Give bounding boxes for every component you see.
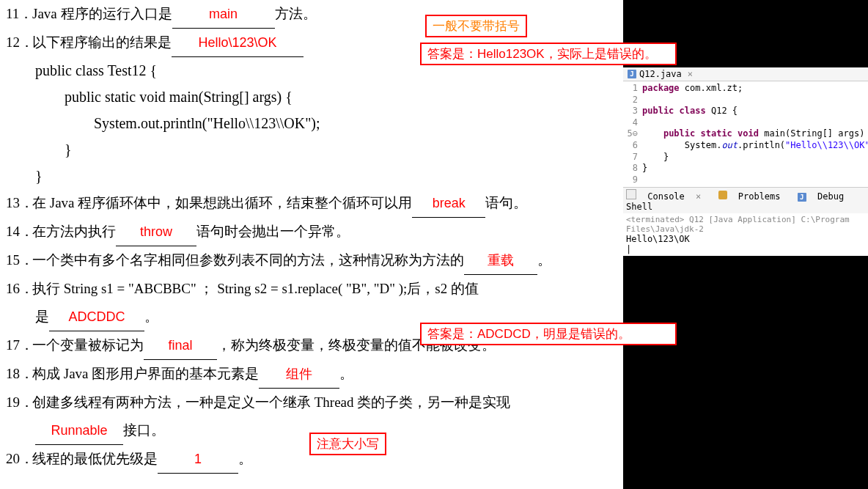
ide-panel: J Q12.java × 1package com.xml.zt; 2 3pub… xyxy=(623,67,868,256)
console-icon xyxy=(626,189,636,199)
q16-post: 。 xyxy=(144,309,158,324)
console-output: Hello\123\OK xyxy=(626,234,865,244)
q15-text: 一个类中有多个名字相同但参数列表不同的方法，这种情况称为方法的 xyxy=(32,252,464,268)
question-15: 15．一个类中有多个名字相同但参数列表不同的方法，这种情况称为方法的重载。 xyxy=(0,246,623,275)
ide-console: <terminated> Q12 [Java Application] C:\P… xyxy=(623,213,868,256)
annotation-q19: 注意大小写 xyxy=(309,433,386,455)
q20-text: 线程的最低优先级是 xyxy=(32,451,158,466)
q13-text: 在 Java 程序循环体中，如果想跳出循环，结束整个循环可以用 xyxy=(32,195,412,210)
q15-post: 。 xyxy=(537,252,551,268)
q19-text: 创建多线程有两种方法，一种是定义一个继承 Thread 类的子类，另一种是实现 xyxy=(32,394,510,410)
close-icon[interactable]: × xyxy=(696,191,701,202)
q14-num: 14． xyxy=(6,218,32,246)
question-13: 13．在 Java 程序循环体中，如果想跳出循环，结束整个循环可以用break语… xyxy=(0,189,623,218)
q20-answer: 1 xyxy=(194,452,202,466)
q19-num: 19． xyxy=(6,389,32,416)
q11-num: 11． xyxy=(6,0,32,28)
question-18: 18．构成 Java 图形用户界面的基本元素是组件。 xyxy=(0,360,623,389)
q15-num: 15． xyxy=(6,246,32,274)
code-block: public class Test12 { public static void… xyxy=(0,57,623,189)
q11-post: 方法。 xyxy=(275,6,317,21)
close-icon[interactable]: × xyxy=(688,69,693,79)
q18-post: 。 xyxy=(339,366,353,381)
terminated-label: <terminated> Q12 [Java Application] C:\P… xyxy=(626,215,865,234)
q13-num: 13． xyxy=(6,189,32,217)
java-file-icon: J xyxy=(628,70,636,78)
q20-post: 。 xyxy=(238,451,252,466)
ide-code-area[interactable]: 1package com.xml.zt; 2 3public class Q12… xyxy=(623,81,868,187)
annotation-q12: 答案是：Hello123OK，实际上是错误的。 xyxy=(420,43,677,65)
q17-blank: final xyxy=(144,331,217,360)
console-tab[interactable]: Console × xyxy=(626,191,707,202)
console-cursor: | xyxy=(626,244,865,254)
q15-answer: 重载 xyxy=(488,253,514,268)
problems-tab[interactable]: Problems xyxy=(718,191,787,202)
q13-post: 语句。 xyxy=(485,195,527,210)
q15-blank: 重载 xyxy=(464,246,537,275)
q18-text: 构成 Java 图形用户界面的基本元素是 xyxy=(32,366,259,381)
question-16-l1: 16．执行 String s1 = "ABCBBC" ； String s2 =… xyxy=(0,275,623,303)
q20-blank: 1 xyxy=(158,445,238,474)
q16-text: 执行 String s1 = "ABCBBC" ； String s2 = s1… xyxy=(32,281,479,296)
code-l4: } xyxy=(35,136,623,163)
ide-tab-label[interactable]: Q12.java xyxy=(639,69,682,79)
q16-num: 16． xyxy=(6,275,32,303)
q16-blank: ADCDDC xyxy=(49,303,144,331)
question-14: 14．在方法内执行throw语句时会抛出一个异常。 xyxy=(0,218,623,246)
question-11: 11．Java 程序的运行入口是main方法。 xyxy=(0,0,623,29)
q13-answer: break xyxy=(433,196,466,210)
q11-blank: main xyxy=(172,0,275,29)
q20-num: 20． xyxy=(6,445,32,473)
q12-answer: Hello\123\OK xyxy=(198,35,276,50)
code-l5: } xyxy=(35,163,623,189)
q12-blank: Hello\123\OK xyxy=(172,29,304,57)
q19-blank: Runnable xyxy=(35,416,123,445)
q14-blank: throw xyxy=(116,218,196,246)
q18-answer: 组件 xyxy=(286,367,312,381)
q14-answer: throw xyxy=(140,224,172,239)
ide-bottom-tabs: Console × Problems J Debug Shell xyxy=(623,187,868,213)
q18-blank: 组件 xyxy=(259,360,339,389)
q12-num: 12． xyxy=(6,29,32,56)
q11-text: Java 程序的运行入口是 xyxy=(32,6,172,21)
code-l3: System.out.println("Hello\\123\\OK"); xyxy=(35,110,623,136)
q13-blank: break xyxy=(412,189,485,218)
debug-icon: J xyxy=(798,193,806,202)
q19-answer: Runnable xyxy=(51,423,107,438)
q16-pre2: 是 xyxy=(35,309,49,324)
q16-answer: ADCDDC xyxy=(68,309,125,324)
q14-post: 语句时会抛出一个异常。 xyxy=(196,224,350,239)
q19-post: 接口。 xyxy=(123,422,165,438)
q17-num: 17． xyxy=(6,331,32,359)
code-l2: public static void main(String[] args) { xyxy=(35,84,623,110)
q11-answer: main xyxy=(209,7,238,21)
q17-answer: final xyxy=(168,338,192,353)
q18-num: 18． xyxy=(6,360,32,388)
annotation-q16: 答案是：ADCDCD，明显是错误的。 xyxy=(420,323,677,345)
q17-text: 一个变量被标记为 xyxy=(32,337,144,353)
ide-tab-bar: J Q12.java × xyxy=(623,67,868,81)
q12-text: 以下程序输出的结果是 xyxy=(32,34,172,50)
problems-icon xyxy=(718,191,727,199)
annotation-q11: 一般不要带括号 xyxy=(425,15,527,37)
question-19-l1: 19．创建多线程有两种方法，一种是定义一个继承 Thread 类的子类，另一种是… xyxy=(0,389,623,416)
q14-text: 在方法内执行 xyxy=(32,224,116,239)
document-area: 11．Java 程序的运行入口是main方法。 12．以下程序输出的结果是Hel… xyxy=(0,0,623,489)
